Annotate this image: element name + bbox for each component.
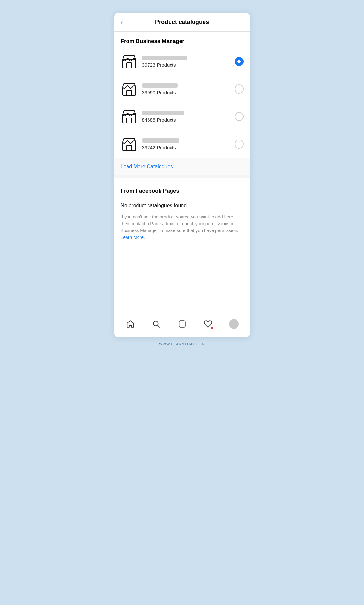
svg-rect-1 <box>127 63 132 68</box>
helper-text-suffix: . <box>144 235 145 240</box>
helper-text-prefix: If you can't see the product source you … <box>121 214 238 233</box>
store-icon-4 <box>121 136 138 152</box>
learn-more-link[interactable]: Learn More <box>121 235 144 240</box>
section-divider <box>114 175 250 178</box>
activity-badge <box>211 327 213 329</box>
catalogue-products-4: 39242 Products <box>142 145 231 150</box>
facebook-pages-section: From Facebook Pages No product catalogue… <box>114 178 250 247</box>
catalogue-info-4: 39242 Products <box>142 138 231 150</box>
load-more-button[interactable]: Load More Catalogues <box>114 158 250 175</box>
catalogue-name-4 <box>142 138 179 143</box>
catalogue-radio-3[interactable] <box>235 112 244 121</box>
catalogue-item-2[interactable]: 39990 Products <box>114 75 250 103</box>
nav-activity[interactable] <box>201 317 215 331</box>
store-icon-2 <box>121 81 138 97</box>
store-icon-1 <box>121 53 138 70</box>
catalogue-products-2: 39990 Products <box>142 90 231 95</box>
svg-rect-5 <box>127 118 132 123</box>
nav-home[interactable] <box>123 317 138 331</box>
add-icon <box>178 320 186 328</box>
helper-text: If you can't see the product source you … <box>114 211 250 247</box>
back-button[interactable]: ‹ <box>121 19 123 26</box>
business-manager-section-header: From Business Manager <box>114 32 250 48</box>
header: ‹ Product catalogues <box>114 13 250 32</box>
search-icon <box>152 320 160 328</box>
store-icon-3 <box>121 108 138 125</box>
catalogue-products-3: 84688 Products <box>142 117 231 123</box>
catalogue-radio-4[interactable] <box>235 140 244 149</box>
catalogue-item-4[interactable]: 39242 Products <box>114 130 250 158</box>
catalogue-name-1 <box>142 56 187 60</box>
nav-add[interactable] <box>175 317 189 331</box>
catalogue-name-2 <box>142 83 178 88</box>
catalogue-radio-2[interactable] <box>235 84 244 94</box>
catalogue-info-1: 39723 Products <box>142 56 231 68</box>
catalogue-item-1[interactable]: 39723 Products <box>114 48 250 75</box>
catalogue-radio-1[interactable] <box>235 57 244 66</box>
footer-watermark: WWW.PLANNTHAT.COM <box>159 342 205 346</box>
nav-profile[interactable] <box>227 317 241 331</box>
home-icon <box>126 320 135 328</box>
catalogue-item-3[interactable]: 84688 Products <box>114 103 250 130</box>
profile-avatar <box>229 319 239 329</box>
facebook-pages-section-header: From Facebook Pages <box>114 181 250 197</box>
phone-container: ‹ Product catalogues From Business Manag… <box>114 13 250 346</box>
bottom-nav <box>114 312 250 337</box>
no-catalogues-label: No product catalogues found <box>114 197 250 211</box>
svg-line-9 <box>157 325 159 327</box>
catalogue-name-3 <box>142 111 184 115</box>
page-title: Product catalogues <box>155 19 209 26</box>
content-area: From Business Manager 39723 Products <box>114 32 250 312</box>
empty-space <box>114 247 250 312</box>
svg-rect-7 <box>127 145 132 151</box>
app-wrapper: ‹ Product catalogues From Business Manag… <box>114 13 250 337</box>
catalogue-info-2: 39990 Products <box>142 83 231 95</box>
svg-rect-3 <box>127 90 132 95</box>
heart-icon <box>204 320 212 328</box>
catalogue-info-3: 84688 Products <box>142 111 231 123</box>
catalogue-products-1: 39723 Products <box>142 62 231 68</box>
nav-search[interactable] <box>149 317 163 331</box>
